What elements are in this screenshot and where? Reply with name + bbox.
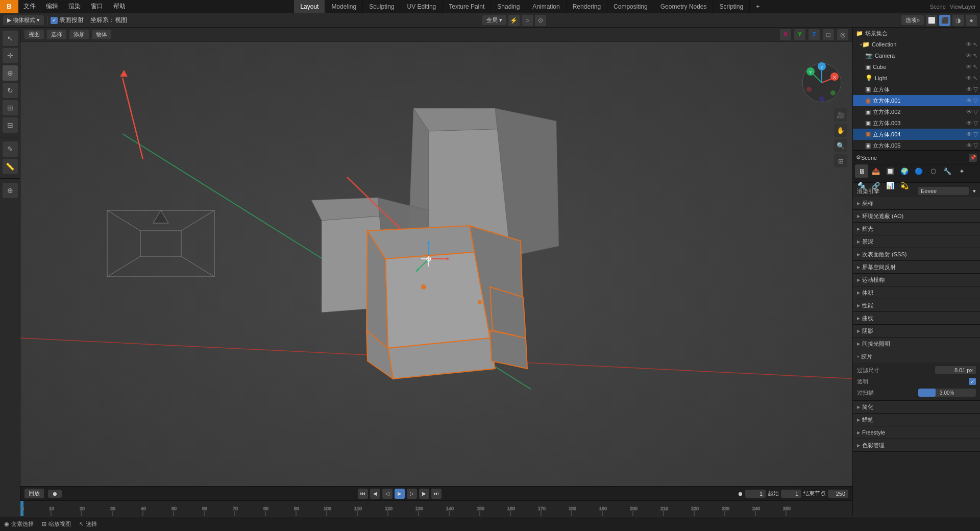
tab-scripting[interactable]: Scripting	[713, 0, 750, 13]
prop-section-color-management-header[interactable]: ▶ 色彩管理	[853, 439, 980, 451]
prop-section-ssr-header[interactable]: ▶ 屏幕空间反射	[853, 261, 980, 273]
立方体005-vis[interactable]: 👁	[966, 142, 972, 149]
prop-icon-particles[interactable]: ✦	[955, 164, 968, 178]
measure-tool[interactable]: 📏	[3, 159, 18, 174]
wire-shading-btn[interactable]: ⬜	[926, 15, 937, 26]
render-engine-dropdown[interactable]: Eevee	[918, 187, 969, 195]
tab-modeling[interactable]: Modeling	[325, 0, 363, 13]
proportional-btn[interactable]: ○	[522, 15, 533, 26]
filter-size-value[interactable]: 8.01 px	[935, 366, 976, 374]
prop-icon-output[interactable]: 📤	[869, 164, 883, 178]
overscan-slider[interactable]: 3.00%	[918, 389, 976, 397]
overscan-slider-bar[interactable]: 3.00%	[918, 389, 976, 397]
properties-pin-btn[interactable]: 📌	[969, 154, 977, 162]
prop-icon-scene[interactable]: 🌍	[898, 164, 911, 178]
start-frame-value[interactable]: 1	[781, 490, 801, 498]
current-frame-value[interactable]: 1	[745, 490, 766, 498]
prop-icon-modifier[interactable]: 🔧	[941, 164, 954, 178]
add-tool[interactable]: ⊕	[3, 183, 18, 198]
tab-add[interactable]: +	[750, 0, 766, 13]
prop-section-indirect-header[interactable]: ▶ 间接光照明	[853, 337, 980, 350]
tab-rendering[interactable]: Rendering	[567, 0, 607, 13]
outliner-item-立方体003[interactable]: ▣ 立方体.003 👁 ▽	[853, 117, 980, 129]
viewport-canvas[interactable]: X Y Z 🎥 ✋ 🔍 ⊞	[20, 42, 852, 516]
prop-icon-view-layer[interactable]: 🔲	[884, 164, 897, 178]
mode-dropdown[interactable]: ▶ 物体模式 ▾	[3, 15, 44, 25]
options-btn[interactable]: 选项»	[901, 15, 924, 25]
prop-icon-object[interactable]: ⬡	[926, 164, 940, 178]
prop-section-simplify-header[interactable]: ▶ 简化	[853, 401, 980, 413]
viewport-icon-grid[interactable]: ⊞	[834, 154, 847, 167]
立方体004-vis[interactable]: 👁	[966, 131, 972, 138]
prev-frame-btn[interactable]: ◁	[382, 489, 393, 499]
falloff-btn[interactable]: ⊙	[535, 15, 546, 26]
outliner-item-立方体004[interactable]: ▣ 立方体.004 👁 ▽	[853, 129, 980, 140]
global-dropdown[interactable]: 全局 ▾	[482, 15, 506, 25]
vp-toggle-z[interactable]: Z	[808, 29, 820, 40]
next-keyframe-btn[interactable]: ▶	[419, 489, 429, 499]
navigation-gizmo[interactable]: X Y Z	[801, 62, 842, 103]
menu-window[interactable]: 窗口	[86, 0, 108, 13]
timeline-view-menu[interactable]: 回放	[24, 489, 44, 498]
prop-section-ao-header[interactable]: ▶ 环境光遮蔽 (AO)	[853, 210, 980, 222]
menu-render[interactable]: 渲染	[63, 0, 86, 13]
view-menu[interactable]: 视图	[24, 30, 44, 39]
prev-keyframe-btn[interactable]: ◀	[370, 489, 380, 499]
select-menu[interactable]: 选择	[47, 30, 66, 39]
surface-projection-toggle[interactable]: ✓ 表面投射	[51, 16, 84, 25]
jump-end-btn[interactable]: ⏭	[431, 489, 442, 499]
tab-shading[interactable]: Shading	[491, 0, 526, 13]
outliner-item-立方体[interactable]: ▣ 立方体 👁 ▽	[853, 84, 980, 95]
立方体-filter[interactable]: ▽	[973, 86, 978, 93]
立方体001-vis[interactable]: 👁	[966, 97, 972, 104]
outliner-item-立方体002[interactable]: ▣ 立方体.002 👁 ▽	[853, 106, 980, 117]
collection-sel-icon[interactable]: ↖	[973, 41, 978, 48]
prop-section-performance-header[interactable]: ▶ 性能	[853, 299, 980, 311]
tab-uv-editing[interactable]: UV Editing	[401, 0, 443, 13]
vp-clip-region[interactable]: □	[823, 29, 834, 40]
立方体002-filter[interactable]: ▽	[973, 108, 978, 115]
立方体003-filter[interactable]: ▽	[973, 119, 978, 127]
立方体001-filter[interactable]: ▽	[973, 97, 978, 104]
vp-toggle-x[interactable]: X	[780, 29, 791, 40]
move-tool[interactable]: ⊕	[3, 65, 18, 81]
立方体005-filter[interactable]: ▽	[973, 142, 978, 149]
material-shading-btn[interactable]: ◑	[952, 15, 964, 26]
collection-vis-icon[interactable]: 👁	[966, 41, 972, 48]
solid-shading-btn[interactable]: ⬛	[939, 15, 950, 26]
transparent-checkbox[interactable]: ✓	[969, 378, 976, 385]
scale-tool[interactable]: ⊞	[3, 100, 18, 115]
viewport-icon-search[interactable]: 🔍	[834, 139, 847, 152]
outliner-item-立方体001[interactable]: ▣ 立方体.001 👁 ▽	[853, 95, 980, 106]
light-vis[interactable]: 👁	[966, 75, 972, 82]
prop-section-shadows-header[interactable]: ▶ 阴影	[853, 325, 980, 337]
outliner-item-collection[interactable]: ▾ 📁 Collection 👁 ↖	[853, 39, 980, 50]
select-tool[interactable]: ↖	[3, 31, 18, 46]
menu-help[interactable]: 帮助	[108, 0, 131, 13]
vp-proportional[interactable]: ◎	[837, 29, 848, 40]
立方体004-filter[interactable]: ▽	[973, 131, 978, 138]
jump-start-btn[interactable]: ⏮	[358, 489, 368, 499]
annotate-tool[interactable]: ✎	[3, 141, 18, 157]
prop-icon-world[interactable]: 🔵	[912, 164, 925, 178]
prop-section-curves-header[interactable]: ▶ 曲线	[853, 312, 980, 324]
prop-section-motion-blur-header[interactable]: ▶ 运动模糊	[853, 274, 980, 286]
viewport[interactable]: 视图 选择 添加 物体 X Y Z □ ◎ 用户透视 (1) Collectio…	[20, 28, 852, 516]
play-btn[interactable]: ▶	[395, 489, 405, 499]
rotate-tool[interactable]: ↻	[3, 83, 18, 98]
cube-sel[interactable]: ↖	[973, 63, 978, 70]
outliner-item-light[interactable]: 💡 Light 👁 ↖	[853, 73, 980, 84]
tab-texture-paint[interactable]: Texture Paint	[443, 0, 491, 13]
surface-projection-checkbox[interactable]: ✓	[51, 17, 58, 24]
render-shading-btn[interactable]: ●	[966, 15, 977, 26]
viewport-icon-hand[interactable]: ✋	[834, 124, 847, 137]
transform-tool[interactable]: ⊟	[3, 117, 18, 133]
object-menu[interactable]: 物体	[92, 30, 111, 39]
立方体002-vis[interactable]: 👁	[966, 108, 972, 115]
timeline-ruler[interactable]: 回放 ⏺ ⏮ ◀ ◁ ▶ ▷ ▶ ⏭ ⏺ 1 起始 1 结束节点 250	[20, 486, 852, 516]
end-frame-value[interactable]: 250	[828, 490, 848, 498]
tab-geometry-nodes[interactable]: Geometry Nodes	[654, 0, 714, 13]
prop-section-sampling-header[interactable]: ▶ 采样	[853, 197, 980, 209]
add-menu[interactable]: 添加	[69, 30, 89, 39]
prop-section-freestyle-header[interactable]: ▶ Freestyle	[853, 426, 980, 439]
